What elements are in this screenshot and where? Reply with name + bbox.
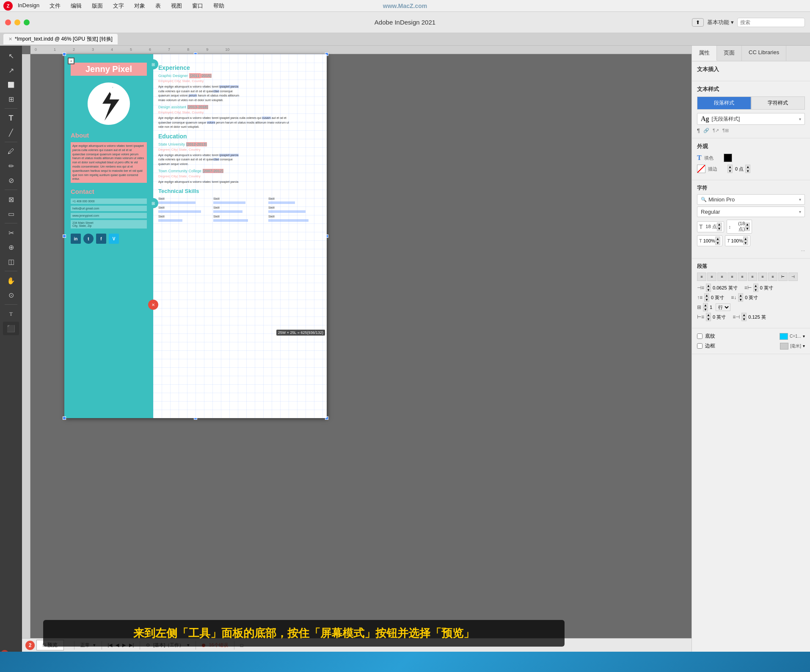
leading-unit-select[interactable]: 行	[716, 303, 730, 311]
gradient-swatch-tool[interactable]: ◫	[3, 255, 19, 268]
share-button[interactable]: ⬆	[692, 18, 704, 27]
tab-close-icon[interactable]: ✕	[8, 36, 12, 42]
eyedropper-tool[interactable]: ⬛	[3, 322, 19, 335]
para-style-button[interactable]: 段落样式	[697, 96, 751, 110]
baseline-color-dropdown[interactable]: ▾	[803, 334, 805, 339]
indent-left-up[interactable]: ▲	[706, 284, 711, 288]
align-justify-last-right-btn[interactable]: ≡	[758, 273, 767, 281]
space-before-up[interactable]: ▲	[704, 293, 709, 297]
handle-tl[interactable]	[63, 52, 66, 56]
handle-bl[interactable]	[63, 416, 66, 420]
font-selector[interactable]: 🔍 Minion Pro ▾	[697, 194, 805, 205]
align-justify-all-btn[interactable]: ≡	[768, 273, 777, 281]
border-checkbox[interactable]	[697, 343, 703, 349]
direct-selection-tool[interactable]: ↗	[3, 63, 19, 77]
indent-right-down[interactable]: ▼	[753, 288, 758, 292]
menu-type[interactable]: 文字	[111, 1, 126, 11]
align-away-spine-btn[interactable]: ⊣	[788, 273, 798, 281]
close-button[interactable]	[5, 19, 11, 25]
align-justify-btn[interactable]: ≡	[727, 273, 737, 281]
para-indent-down[interactable]: ▼	[706, 317, 711, 321]
font-size-input[interactable]: T 18 点 ▲ ▼	[697, 221, 724, 232]
menu-window[interactable]: 窗口	[190, 1, 205, 11]
selection-tool[interactable]: ↖	[3, 49, 19, 63]
gap-tool[interactable]: ⊞	[3, 92, 19, 106]
para-indent-up[interactable]: ▲	[706, 313, 711, 317]
scissors-tool[interactable]: ✂	[3, 226, 19, 240]
space-after-up[interactable]: ▲	[738, 293, 743, 297]
rect-tool[interactable]: ▭	[3, 207, 19, 220]
align-right-btn[interactable]: ≡	[717, 273, 727, 281]
type-tool[interactable]: T	[3, 111, 19, 125]
workspace-label[interactable]: 基本功能 ▾	[707, 19, 734, 26]
hand-tool[interactable]: ✋	[3, 274, 19, 287]
tab-pages[interactable]: 页面	[717, 46, 742, 61]
rect-frame-tool[interactable]: ⊠	[3, 193, 19, 206]
menu-view[interactable]: 视图	[169, 1, 184, 11]
eraser-tool[interactable]: ⊘	[3, 174, 19, 187]
scale-h-input[interactable]: T 100% ▲ ▼	[697, 235, 722, 246]
indent-right-up[interactable]: ▲	[753, 284, 758, 288]
leading-input[interactable]: ↕ (18 点) ▲ ▼	[727, 220, 752, 234]
font-style-selector[interactable]: Regular ▾	[697, 207, 805, 217]
scale-v-up[interactable]: ▲	[743, 237, 748, 241]
stroke-unit-down[interactable]: ▼	[745, 169, 750, 173]
space-before-down[interactable]: ▼	[704, 297, 709, 302]
border-color-dropdown[interactable]: ▾	[803, 344, 805, 348]
style-dropdown-icon[interactable]: ▾	[799, 117, 801, 121]
space-after-down[interactable]: ▼	[738, 297, 743, 302]
document-tab[interactable]: ✕ *Import_text.indd @ 46% [GPU 预览] [转换]	[3, 34, 118, 44]
pen-tool[interactable]: 🖊	[3, 145, 19, 158]
baseline-checkbox[interactable]	[697, 333, 703, 339]
font-dropdown-icon[interactable]: ▾	[799, 197, 801, 202]
scale-v-input[interactable]: T 100% ▲ ▼	[725, 235, 750, 246]
scale-v-down[interactable]: ▼	[743, 241, 748, 245]
minimize-button[interactable]	[14, 19, 20, 25]
stroke-up[interactable]: ▲	[727, 165, 733, 169]
last-indent-down[interactable]: ▼	[741, 317, 747, 321]
handle-ml[interactable]	[63, 234, 66, 238]
indent-left-down[interactable]: ▼	[706, 288, 711, 292]
align-left-btn[interactable]: ≡	[697, 273, 706, 281]
leading-up[interactable]: ▲	[745, 223, 750, 227]
canvas-area[interactable]: 012345678910 + Jenny Pix	[22, 46, 692, 672]
maximize-button[interactable]	[24, 19, 30, 25]
align-justify-last-left-btn[interactable]: ≡	[738, 273, 747, 281]
menu-help[interactable]: 帮助	[212, 1, 226, 11]
menu-layout[interactable]: 版面	[90, 1, 105, 11]
menu-edit[interactable]: 编辑	[69, 1, 83, 11]
style-selector[interactable]: Ag [无段落样式] ▾	[697, 113, 805, 125]
more-button[interactable]: ···	[697, 248, 805, 253]
border-color-swatch[interactable]	[780, 343, 788, 350]
menu-indesign[interactable]: InDesign	[16, 1, 41, 11]
align-toward-spine-btn[interactable]: ⊢	[778, 273, 788, 281]
scale-h-up[interactable]: ▲	[715, 237, 720, 241]
pencil-tool[interactable]: ✏	[3, 159, 19, 173]
last-indent-up[interactable]: ▲	[741, 313, 747, 317]
stroke-unit-up[interactable]: ▲	[745, 165, 750, 169]
font-style-dropdown-icon[interactable]: ▾	[799, 209, 801, 214]
scale-h-down[interactable]: ▼	[715, 241, 720, 245]
page-tool[interactable]: ⬜	[3, 78, 19, 91]
leading-num-down[interactable]: ▼	[703, 307, 708, 311]
type-on-path-tool[interactable]: T	[3, 307, 19, 321]
leading-down[interactable]: ▼	[745, 227, 750, 231]
free-transform-tool[interactable]: ⊕	[3, 240, 19, 254]
menu-file[interactable]: 文件	[48, 1, 62, 11]
size-up[interactable]: ▲	[717, 223, 722, 227]
menu-table[interactable]: 表	[154, 1, 163, 11]
size-down[interactable]: ▼	[717, 227, 722, 231]
char-style-button[interactable]: 字符样式	[751, 96, 805, 110]
menu-object[interactable]: 对象	[132, 1, 147, 11]
align-justify-last-center-btn[interactable]: ≡	[748, 273, 757, 281]
tab-cc-libraries[interactable]: CC Libraries	[742, 46, 786, 61]
align-center-btn[interactable]: ≡	[707, 273, 716, 281]
zoom-tool[interactable]: ⊙	[3, 288, 19, 302]
line-tool[interactable]: ╱	[3, 126, 19, 139]
fill-color-swatch[interactable]	[724, 154, 732, 162]
stroke-down[interactable]: ▼	[727, 169, 733, 173]
search-input[interactable]	[737, 18, 805, 27]
baseline-color-swatch[interactable]	[780, 333, 788, 340]
leading-num-up[interactable]: ▲	[703, 303, 708, 307]
tab-properties[interactable]: 属性	[692, 46, 717, 61]
